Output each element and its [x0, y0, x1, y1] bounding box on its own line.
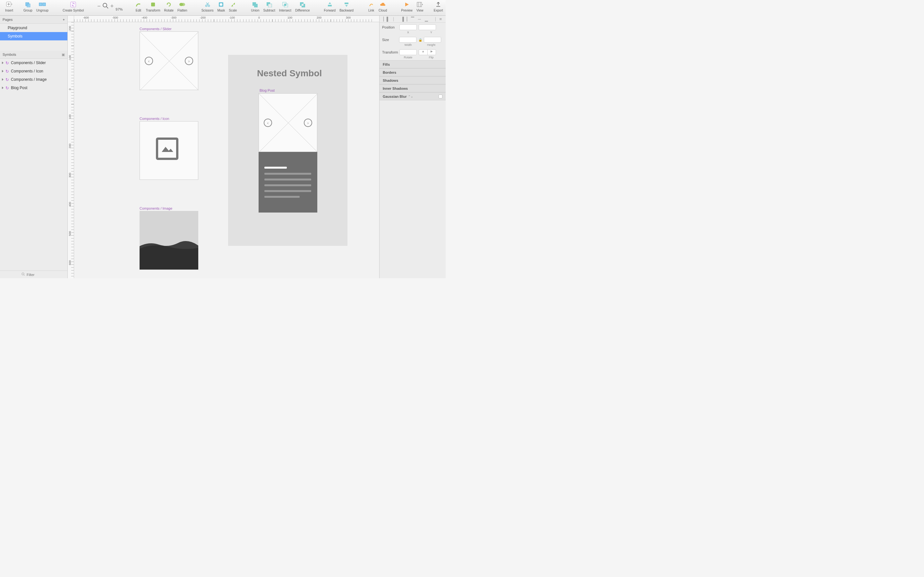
height-input[interactable] — [424, 37, 441, 43]
align-right-icon[interactable]: ▐▕ — [401, 17, 407, 21]
inner-shadows-section[interactable]: Inner Shadows — [380, 84, 446, 92]
link-button[interactable]: Link — [366, 1, 376, 12]
flip-h-button[interactable]: ▲ — [419, 50, 427, 55]
artboard-label-slider[interactable]: Components / Slider — [140, 27, 172, 31]
symbols-toggle-icon[interactable]: ▣ — [61, 53, 65, 57]
ruler-tick: -300 — [171, 16, 176, 19]
create-symbol-label: Create Symbol — [63, 9, 84, 12]
icon-artboard[interactable] — [140, 121, 198, 180]
scale-button[interactable]: Scale — [227, 1, 239, 12]
blog-next-button[interactable]: › — [304, 119, 312, 127]
layer-item[interactable]: ↻Components / Slider — [0, 59, 67, 67]
container-artboard[interactable]: Nested Symbol Blog Post ‹ › — [228, 55, 347, 246]
svg-rect-6 — [43, 3, 45, 6]
link-icon — [368, 1, 375, 8]
zoom-controls: − + 97% — [96, 1, 123, 11]
subtract-button[interactable]: Subtract — [261, 1, 277, 12]
cloud-label: Cloud — [379, 9, 387, 12]
scale-label: Scale — [229, 9, 237, 12]
image-artboard[interactable] — [140, 211, 198, 269]
mask-icon — [218, 1, 225, 8]
ungroup-button[interactable]: Ungroup — [34, 1, 50, 12]
blur-checkbox[interactable] — [439, 95, 443, 98]
svg-rect-4 — [27, 4, 30, 7]
canvas-area[interactable]: -600 -500 -400 -300 -200 -100 0 100 200 … — [68, 16, 379, 278]
inspector: ▏▌ ⎸ ▐▕ ▔ ─ ▁ ⎹ ≡ Position XY Size 🔒 — [379, 16, 446, 278]
create-symbol-button[interactable]: Create Symbol — [61, 1, 86, 12]
artboard-label-blog[interactable]: Blog Post — [260, 89, 275, 92]
y-input[interactable] — [419, 24, 436, 30]
fills-section[interactable]: Fills — [380, 60, 446, 68]
backward-button[interactable]: Backward — [338, 1, 355, 12]
chevron-right-icon[interactable] — [2, 61, 3, 64]
slider-prev-button[interactable]: ‹ — [145, 57, 153, 65]
backward-icon — [343, 1, 350, 8]
chevron-right-icon[interactable] — [2, 78, 3, 81]
flatten-button[interactable]: Flatten — [176, 1, 189, 12]
transform-button[interactable]: Transform — [144, 1, 162, 12]
scissors-button[interactable]: Scissors — [200, 1, 216, 12]
export-button[interactable]: Export — [432, 1, 445, 12]
union-button[interactable]: Union — [249, 1, 261, 12]
align-bottom-icon[interactable]: ▁ — [425, 17, 428, 21]
dropdown-icon[interactable]: ⌃⌄ — [408, 95, 413, 98]
edit-button[interactable]: Edit — [133, 1, 144, 12]
zoom-out-button[interactable]: − — [96, 3, 102, 10]
transform-label: Transform — [382, 50, 399, 54]
borders-section[interactable]: Borders — [380, 68, 446, 76]
slider-next-button[interactable]: › — [185, 57, 193, 65]
align-left-icon[interactable]: ▏▌ — [383, 17, 389, 21]
text-line — [264, 179, 311, 181]
insert-icon — [6, 1, 13, 8]
intersect-button[interactable]: Intersect — [277, 1, 293, 12]
distribute-v-icon[interactable]: ≡ — [439, 17, 442, 21]
chevron-right-icon[interactable] — [2, 87, 3, 89]
layer-item[interactable]: ↻Blog Post — [0, 84, 67, 92]
difference-button[interactable]: Difference — [293, 1, 312, 12]
view-button[interactable]: View — [415, 1, 425, 12]
group-icon — [24, 1, 31, 8]
rotate-input[interactable] — [399, 49, 417, 55]
layer-label: Components / Slider — [11, 61, 46, 65]
flip-v-button[interactable]: ▶ — [428, 50, 436, 55]
page-item-playground[interactable]: Playground — [0, 24, 67, 32]
layer-item[interactable]: ↻Components / Image — [0, 75, 67, 84]
align-vcenter-icon[interactable]: ─ — [418, 17, 421, 21]
svg-rect-22 — [268, 4, 272, 7]
cloud-icon — [379, 1, 386, 8]
ruler-horizontal: -600 -500 -400 -300 -200 -100 0 100 200 … — [74, 16, 379, 22]
filter-input[interactable] — [27, 273, 46, 277]
zoom-in-button[interactable]: + — [109, 3, 115, 10]
link-label: Link — [368, 9, 374, 12]
artboard-label-image[interactable]: Components / Image — [140, 206, 172, 210]
align-top-icon[interactable]: ▔ — [411, 17, 414, 21]
forward-button[interactable]: Forward — [322, 1, 338, 12]
blog-slider[interactable]: ‹ › — [258, 93, 317, 152]
difference-label: Difference — [295, 9, 310, 12]
gaussian-blur-section[interactable]: Gaussian Blur⌃⌄ — [380, 92, 446, 100]
group-button[interactable]: Group — [21, 1, 34, 12]
align-hcenter-icon[interactable]: ⎸ — [393, 17, 397, 22]
chevron-right-icon[interactable] — [2, 70, 3, 73]
insert-button[interactable]: Insert — [3, 1, 15, 12]
canvas[interactable]: Components / Slider ‹ › Components / Ico… — [74, 22, 379, 278]
slider-artboard[interactable]: ‹ › — [140, 31, 198, 90]
blog-post-body[interactable] — [258, 152, 317, 213]
width-input[interactable] — [399, 37, 417, 43]
add-page-button[interactable]: + — [63, 18, 65, 21]
svg-line-16 — [206, 3, 208, 5]
artboard-label-icon[interactable]: Components / Icon — [140, 117, 169, 121]
layer-item[interactable]: ↻Components / Icon — [0, 67, 67, 75]
zoom-icon[interactable] — [102, 2, 109, 9]
lock-icon[interactable]: 🔒 — [418, 38, 422, 42]
distribute-h-icon[interactable]: ⎹ — [432, 17, 436, 22]
preview-button[interactable]: Preview — [399, 1, 415, 12]
cloud-button[interactable]: Cloud — [376, 1, 389, 12]
ruler-tick: 0 — [258, 16, 260, 19]
blog-prev-button[interactable]: ‹ — [264, 119, 272, 127]
rotate-button[interactable]: Rotate — [162, 1, 176, 12]
x-input[interactable] — [399, 24, 417, 30]
mask-button[interactable]: Mask — [215, 1, 227, 12]
shadows-section[interactable]: Shadows — [380, 76, 446, 84]
page-item-symbols[interactable]: Symbols — [0, 32, 67, 40]
